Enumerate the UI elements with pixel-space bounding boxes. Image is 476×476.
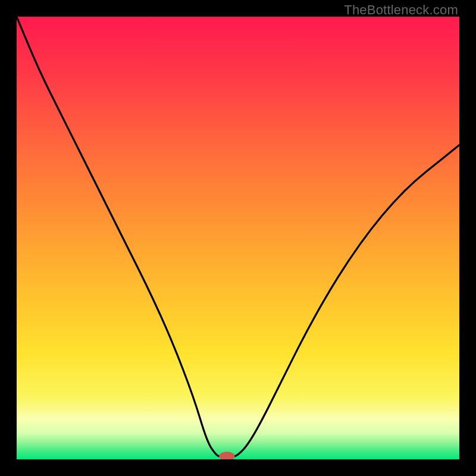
watermark-text: TheBottleneck.com (344, 2, 458, 18)
plot-area (17, 17, 459, 459)
chart-frame: TheBottleneck.com (0, 0, 476, 476)
gradient-background (17, 17, 459, 459)
chart-svg (17, 17, 459, 459)
